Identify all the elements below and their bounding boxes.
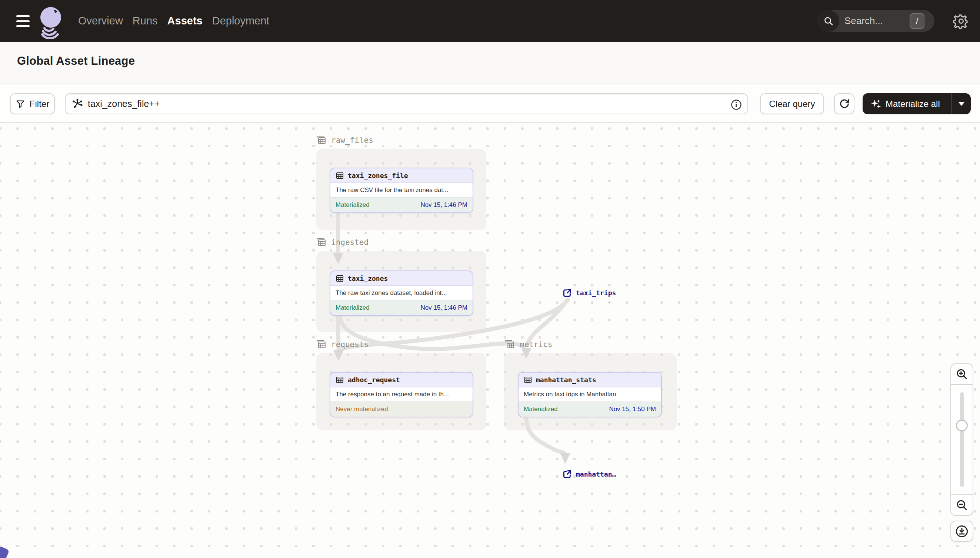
lineage-canvas[interactable]: raw_files ingested requests metrics taxi… — [0, 123, 980, 558]
refresh-icon — [839, 98, 850, 110]
menu-hamburger-icon[interactable] — [16, 14, 30, 28]
materialization-timestamp[interactable]: Nov 15, 1:46 PM — [420, 201, 468, 209]
group-name: metrics — [520, 340, 553, 349]
refresh-graph-button[interactable] — [834, 93, 855, 114]
external-link-icon — [562, 469, 572, 479]
table-icon — [336, 274, 344, 283]
lineage-toolbar: Filter Clear query Materialize all — [0, 84, 980, 123]
asset-node-taxi-zones-file[interactable]: taxi_zones_file The raw CSV file for the… — [329, 167, 473, 213]
status-badge: Materialized — [524, 405, 558, 413]
table-icon — [336, 171, 344, 180]
graph-query-icon — [71, 98, 83, 110]
asset-node-taxi-zones[interactable]: taxi_zones The raw taxi zones dataset, l… — [329, 271, 473, 316]
zoom-slider-track[interactable] — [960, 392, 964, 487]
search-shortcut-badge: / — [910, 13, 924, 29]
download-icon — [955, 524, 969, 538]
asset-description: Metrics on taxi trips in Manhattan — [519, 387, 661, 402]
table-icon — [524, 376, 532, 384]
zoom-in-button[interactable] — [951, 364, 973, 385]
clear-query-label: Clear query — [769, 99, 815, 109]
external-asset-name: taxi_trips — [576, 289, 616, 297]
search-bar[interactable]: / — [817, 10, 934, 32]
filter-button[interactable]: Filter — [10, 93, 55, 114]
clear-query-button[interactable]: Clear query — [760, 93, 824, 114]
zoom-slider[interactable] — [951, 385, 973, 494]
zoom-out-button[interactable] — [951, 494, 973, 515]
search-input[interactable] — [845, 15, 908, 27]
zoom-in-icon — [955, 368, 968, 381]
asset-name: taxi_zones_file — [348, 172, 408, 179]
table-icon — [336, 376, 344, 384]
status-badge: Materialized — [336, 304, 370, 312]
chevron-down-icon — [958, 102, 965, 106]
zoom-slider-handle[interactable] — [956, 420, 968, 432]
group-table-icon — [316, 135, 327, 146]
asset-description: The raw taxi zones dataset, loaded int..… — [330, 286, 473, 300]
materialize-dropdown-button[interactable] — [952, 93, 971, 114]
dagster-logo[interactable] — [37, 6, 65, 41]
lineage-edges — [0, 123, 980, 558]
group-label-requests: requests — [316, 339, 369, 350]
asset-description: The raw CSV file for the taxi zones dat.… — [330, 183, 473, 197]
group-table-icon — [504, 339, 515, 350]
nav-link-deployment[interactable]: Deployment — [212, 15, 270, 27]
asset-node-adhoc-request[interactable]: adhoc_request The response to an request… — [329, 372, 473, 417]
external-asset-taxi-trips[interactable]: taxi_trips — [562, 288, 616, 298]
materialize-all-label: Materialize all — [886, 99, 940, 109]
nav-links: Overview Runs Assets Deployment — [78, 0, 269, 42]
status-badge: Materialized — [336, 201, 370, 209]
sparkles-icon — [870, 98, 881, 110]
nav-link-runs[interactable]: Runs — [133, 15, 158, 27]
asset-name: adhoc_request — [348, 376, 400, 384]
group-name: ingested — [331, 238, 369, 247]
materialize-all-button[interactable]: Materialize all — [863, 93, 971, 114]
page-header: Global Asset Lineage Reload definitions — [0, 42, 980, 84]
group-label-raw-files: raw_files — [316, 135, 373, 146]
zoom-out-icon — [955, 499, 968, 511]
asset-node-manhattan-stats[interactable]: manhattan_stats Metrics on taxi trips in… — [518, 372, 662, 417]
group-label-metrics: metrics — [504, 339, 553, 350]
filter-label: Filter — [30, 99, 49, 109]
group-label-ingested: ingested — [316, 237, 369, 248]
nav-link-assets[interactable]: Assets — [167, 15, 203, 27]
asset-description: The response to an request made in th... — [330, 387, 473, 402]
materialization-timestamp[interactable]: Nov 15, 1:50 PM — [609, 405, 656, 413]
materialize-all-main[interactable]: Materialize all — [863, 93, 952, 114]
settings-gear-icon[interactable] — [953, 13, 970, 30]
group-table-icon — [316, 339, 327, 350]
group-name: requests — [331, 340, 369, 349]
external-link-icon — [562, 288, 572, 298]
edge-taxi-trips-to-manhattan-stats — [527, 300, 567, 345]
asset-query-input[interactable] — [88, 98, 725, 109]
group-name: raw_files — [331, 136, 373, 145]
asset-name: taxi_zones — [348, 274, 388, 282]
search-icon — [817, 10, 839, 32]
external-asset-name: manhattan… — [576, 470, 616, 478]
query-info-icon[interactable] — [730, 99, 742, 112]
zoom-controls — [950, 363, 973, 516]
recenter-download-button[interactable] — [950, 520, 973, 542]
group-table-icon — [316, 237, 327, 248]
asset-name: manhattan_stats — [536, 376, 596, 384]
status-badge: Never materialized — [336, 405, 388, 413]
external-asset-manhattan-map[interactable]: manhattan… — [562, 469, 616, 479]
asset-query-box[interactable] — [65, 93, 748, 114]
filter-funnel-icon — [16, 99, 25, 109]
top-nav: Overview Runs Assets Deployment / — [0, 0, 980, 42]
page-title: Global Asset Lineage — [17, 54, 135, 68]
nav-link-overview[interactable]: Overview — [78, 15, 123, 27]
materialization-timestamp[interactable]: Nov 15, 1:46 PM — [420, 304, 468, 312]
